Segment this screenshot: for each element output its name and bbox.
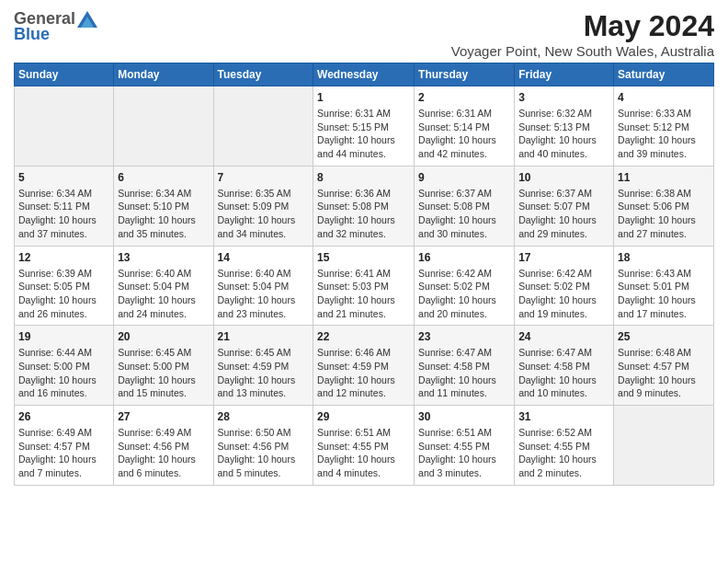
calendar-week-row: 12Sunrise: 6:39 AM Sunset: 5:05 PM Dayli… bbox=[15, 246, 714, 326]
day-info: Sunrise: 6:41 AM Sunset: 5:03 PM Dayligh… bbox=[317, 267, 410, 321]
day-number: 15 bbox=[317, 251, 410, 264]
calendar-day-header: Friday bbox=[515, 63, 614, 86]
calendar-cell: 3Sunrise: 6:32 AM Sunset: 5:13 PM Daylig… bbox=[515, 86, 614, 167]
day-number: 7 bbox=[218, 171, 310, 184]
day-info: Sunrise: 6:33 AM Sunset: 5:12 PM Dayligh… bbox=[618, 107, 710, 161]
day-number: 24 bbox=[518, 330, 609, 343]
day-number: 22 bbox=[317, 330, 410, 343]
day-info: Sunrise: 6:37 AM Sunset: 5:08 PM Dayligh… bbox=[418, 187, 510, 241]
calendar-cell: 19Sunrise: 6:44 AM Sunset: 5:00 PM Dayli… bbox=[15, 326, 114, 406]
calendar-week-row: 19Sunrise: 6:44 AM Sunset: 5:00 PM Dayli… bbox=[15, 326, 714, 406]
calendar-cell: 9Sunrise: 6:37 AM Sunset: 5:08 PM Daylig… bbox=[415, 166, 515, 246]
day-number: 26 bbox=[18, 410, 109, 423]
day-number: 5 bbox=[18, 171, 109, 184]
day-info: Sunrise: 6:37 AM Sunset: 5:07 PM Dayligh… bbox=[518, 187, 609, 241]
calendar-cell: 26Sunrise: 6:49 AM Sunset: 4:57 PM Dayli… bbox=[15, 406, 114, 486]
calendar-cell: 22Sunrise: 6:46 AM Sunset: 4:59 PM Dayli… bbox=[313, 326, 415, 406]
calendar-cell: 28Sunrise: 6:50 AM Sunset: 4:56 PM Dayli… bbox=[213, 406, 313, 486]
calendar-cell bbox=[114, 86, 213, 167]
day-info: Sunrise: 6:45 AM Sunset: 5:00 PM Dayligh… bbox=[118, 346, 209, 400]
calendar-cell: 11Sunrise: 6:38 AM Sunset: 5:06 PM Dayli… bbox=[614, 166, 714, 246]
day-info: Sunrise: 6:34 AM Sunset: 5:11 PM Dayligh… bbox=[18, 187, 109, 241]
day-number: 17 bbox=[518, 251, 609, 264]
calendar-cell: 5Sunrise: 6:34 AM Sunset: 5:11 PM Daylig… bbox=[15, 166, 114, 246]
calendar-day-header: Monday bbox=[114, 63, 213, 86]
calendar-cell bbox=[614, 406, 714, 486]
day-info: Sunrise: 6:42 AM Sunset: 5:02 PM Dayligh… bbox=[518, 267, 609, 321]
calendar-cell: 27Sunrise: 6:49 AM Sunset: 4:56 PM Dayli… bbox=[114, 406, 213, 486]
day-number: 23 bbox=[418, 330, 510, 343]
day-number: 25 bbox=[618, 330, 710, 343]
calendar-cell: 13Sunrise: 6:40 AM Sunset: 5:04 PM Dayli… bbox=[114, 246, 213, 326]
calendar-cell: 10Sunrise: 6:37 AM Sunset: 5:07 PM Dayli… bbox=[515, 166, 614, 246]
day-number: 21 bbox=[218, 330, 310, 343]
logo: General Blue bbox=[14, 9, 97, 44]
calendar-cell: 8Sunrise: 6:36 AM Sunset: 5:08 PM Daylig… bbox=[313, 166, 415, 246]
calendar-day-header: Sunday bbox=[15, 63, 114, 86]
day-number: 3 bbox=[518, 91, 609, 104]
day-number: 28 bbox=[218, 410, 310, 423]
day-info: Sunrise: 6:49 AM Sunset: 4:56 PM Dayligh… bbox=[118, 426, 209, 480]
day-info: Sunrise: 6:42 AM Sunset: 5:02 PM Dayligh… bbox=[418, 267, 510, 321]
day-number: 20 bbox=[118, 330, 209, 343]
day-number: 13 bbox=[118, 251, 209, 264]
day-info: Sunrise: 6:39 AM Sunset: 5:05 PM Dayligh… bbox=[18, 267, 109, 321]
day-number: 31 bbox=[518, 410, 609, 423]
day-number: 2 bbox=[418, 91, 510, 104]
calendar-cell: 20Sunrise: 6:45 AM Sunset: 5:00 PM Dayli… bbox=[114, 326, 213, 406]
calendar-cell: 6Sunrise: 6:34 AM Sunset: 5:10 PM Daylig… bbox=[114, 166, 213, 246]
day-info: Sunrise: 6:31 AM Sunset: 5:14 PM Dayligh… bbox=[418, 107, 510, 161]
day-info: Sunrise: 6:31 AM Sunset: 5:15 PM Dayligh… bbox=[317, 107, 410, 161]
day-info: Sunrise: 6:40 AM Sunset: 5:04 PM Dayligh… bbox=[118, 267, 209, 321]
day-info: Sunrise: 6:49 AM Sunset: 4:57 PM Dayligh… bbox=[18, 426, 109, 480]
day-info: Sunrise: 6:51 AM Sunset: 4:55 PM Dayligh… bbox=[317, 426, 410, 480]
day-info: Sunrise: 6:46 AM Sunset: 4:59 PM Dayligh… bbox=[317, 346, 410, 400]
day-info: Sunrise: 6:50 AM Sunset: 4:56 PM Dayligh… bbox=[218, 426, 310, 480]
day-info: Sunrise: 6:47 AM Sunset: 4:58 PM Dayligh… bbox=[418, 346, 510, 400]
logo-icon bbox=[77, 11, 97, 28]
calendar-cell: 25Sunrise: 6:48 AM Sunset: 4:57 PM Dayli… bbox=[614, 326, 714, 406]
calendar-cell: 7Sunrise: 6:35 AM Sunset: 5:09 PM Daylig… bbox=[213, 166, 313, 246]
logo-blue-text: Blue bbox=[14, 25, 50, 44]
page-header: General Blue May 2024 Voyager Point, New… bbox=[14, 9, 714, 59]
calendar-cell bbox=[213, 86, 313, 167]
page-subtitle: Voyager Point, New South Wales, Australi… bbox=[451, 43, 714, 59]
day-number: 18 bbox=[618, 251, 710, 264]
day-info: Sunrise: 6:40 AM Sunset: 5:04 PM Dayligh… bbox=[218, 267, 310, 321]
day-number: 11 bbox=[618, 171, 710, 184]
day-info: Sunrise: 6:35 AM Sunset: 5:09 PM Dayligh… bbox=[218, 187, 310, 241]
calendar-cell: 31Sunrise: 6:52 AM Sunset: 4:55 PM Dayli… bbox=[515, 406, 614, 486]
calendar-week-row: 26Sunrise: 6:49 AM Sunset: 4:57 PM Dayli… bbox=[15, 406, 714, 486]
day-number: 14 bbox=[218, 251, 310, 264]
calendar-cell: 30Sunrise: 6:51 AM Sunset: 4:55 PM Dayli… bbox=[415, 406, 515, 486]
day-info: Sunrise: 6:36 AM Sunset: 5:08 PM Dayligh… bbox=[317, 187, 410, 241]
day-number: 19 bbox=[18, 330, 109, 343]
page-title: May 2024 bbox=[451, 9, 714, 43]
calendar-cell: 2Sunrise: 6:31 AM Sunset: 5:14 PM Daylig… bbox=[415, 86, 515, 167]
day-number: 27 bbox=[118, 410, 209, 423]
day-number: 4 bbox=[618, 91, 710, 104]
calendar-cell: 14Sunrise: 6:40 AM Sunset: 5:04 PM Dayli… bbox=[213, 246, 313, 326]
day-info: Sunrise: 6:47 AM Sunset: 4:58 PM Dayligh… bbox=[518, 346, 609, 400]
calendar-header-row: SundayMondayTuesdayWednesdayThursdayFrid… bbox=[15, 63, 714, 86]
calendar-week-row: 5Sunrise: 6:34 AM Sunset: 5:11 PM Daylig… bbox=[15, 166, 714, 246]
day-info: Sunrise: 6:38 AM Sunset: 5:06 PM Dayligh… bbox=[618, 187, 710, 241]
day-info: Sunrise: 6:44 AM Sunset: 5:00 PM Dayligh… bbox=[18, 346, 109, 400]
day-info: Sunrise: 6:34 AM Sunset: 5:10 PM Dayligh… bbox=[118, 187, 209, 241]
day-number: 8 bbox=[317, 171, 410, 184]
calendar-cell: 17Sunrise: 6:42 AM Sunset: 5:02 PM Dayli… bbox=[515, 246, 614, 326]
calendar-cell: 21Sunrise: 6:45 AM Sunset: 4:59 PM Dayli… bbox=[213, 326, 313, 406]
title-block: May 2024 Voyager Point, New South Wales,… bbox=[451, 9, 714, 59]
calendar-cell: 24Sunrise: 6:47 AM Sunset: 4:58 PM Dayli… bbox=[515, 326, 614, 406]
day-number: 16 bbox=[418, 251, 510, 264]
calendar-week-row: 1Sunrise: 6:31 AM Sunset: 5:15 PM Daylig… bbox=[15, 86, 714, 167]
day-info: Sunrise: 6:43 AM Sunset: 5:01 PM Dayligh… bbox=[618, 267, 710, 321]
calendar-day-header: Tuesday bbox=[213, 63, 313, 86]
calendar-cell: 16Sunrise: 6:42 AM Sunset: 5:02 PM Dayli… bbox=[415, 246, 515, 326]
calendar-cell: 1Sunrise: 6:31 AM Sunset: 5:15 PM Daylig… bbox=[313, 86, 415, 167]
calendar-cell bbox=[15, 86, 114, 167]
calendar-table: SundayMondayTuesdayWednesdayThursdayFrid… bbox=[14, 63, 714, 486]
calendar-cell: 29Sunrise: 6:51 AM Sunset: 4:55 PM Dayli… bbox=[313, 406, 415, 486]
day-info: Sunrise: 6:48 AM Sunset: 4:57 PM Dayligh… bbox=[618, 346, 710, 400]
day-number: 9 bbox=[418, 171, 510, 184]
